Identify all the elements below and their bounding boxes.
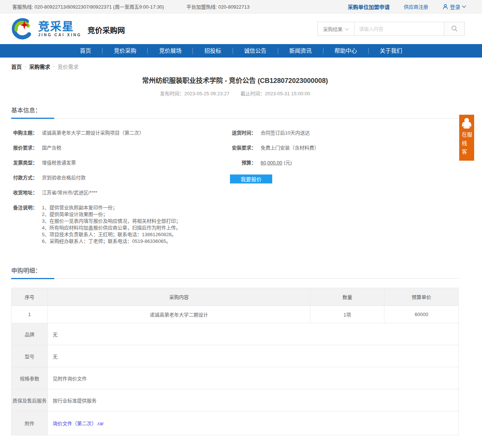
chevron-down-icon: [462, 5, 466, 8]
table-row-attachment: 附件 询价文件（第二次）.rar: [12, 411, 459, 435]
breadcrumb-current: 竞价需求: [58, 63, 79, 70]
attachment-link[interactable]: 询价文件（第二次）.rar: [53, 421, 104, 426]
chevron-down-icon: [345, 26, 349, 32]
info-row-subject: 申购主题： 诺诚高第老年大学二期设计采购项目（第二次）: [11, 130, 230, 136]
remarks-list: 1、提供营业执照副本复印件一份； 2、提供简单设计效果图一份； 3、在报价一览表…: [42, 204, 181, 245]
table-row-spec: 规格参数 见附件询价文件: [12, 367, 459, 389]
field-label: 预算：: [230, 160, 256, 166]
breadcrumb-separator: ›: [25, 64, 26, 69]
breadcrumb-separator: ›: [53, 64, 55, 69]
field-value: 货到验收合格后付款: [42, 174, 86, 181]
field-label: 付款方式：: [11, 174, 37, 181]
brand-text: 竞采星 JING CAI XING: [38, 21, 82, 37]
remark-item: 1、提供营业执照副本复印件一份；: [42, 204, 181, 211]
remark-item: 3、在报价一览表内填写报价及响应情况，将相关材料全部打印；: [42, 218, 181, 225]
attr-label: 附件: [12, 411, 48, 435]
quote-now-button[interactable]: 我要报价: [230, 174, 272, 183]
remark-item: 6、采购经办联系人：丁老师；联系电话：0519-86336065。: [42, 238, 181, 245]
info-row-installation: 安装要求： 免费上门安装（含材料费）: [230, 145, 439, 151]
basic-info-grid: 申购主题： 诺诚高第老年大学二期设计采购项目（第二次） 报价要求： 国产含税 发…: [11, 130, 459, 253]
top-utility-bar: 客服热线: 020-80922713/80922307/80922371 (周一…: [0, 0, 482, 13]
budget-amount-link[interactable]: 60,000.00: [261, 160, 282, 166]
table-row-warranty: 质保及售后服务 按行业标准提供服务: [12, 389, 459, 411]
brand-name-cn: 竞采星: [38, 21, 82, 32]
field-label: 收货地址：: [11, 189, 37, 196]
field-label: 申购主题：: [11, 130, 37, 136]
info-row-invoice-type: 发票类型： 增值税普通发票: [11, 160, 230, 166]
deadline-time: 截止时间：2023-05-31 15:00:00: [241, 90, 310, 97]
cell-item-price: 60000: [384, 306, 459, 323]
field-label: 安装要求：: [230, 145, 256, 151]
search-bar: 采购结果: [317, 22, 465, 36]
purchase-detail-table: 序号 采购内容 数量 预算单价 1 诺诚高第老年大学二期设计 1项 60000 …: [11, 288, 459, 435]
section-divider: [11, 118, 459, 118]
search-icon: [451, 25, 458, 33]
nav-item-help-center[interactable]: 帮助中心: [323, 44, 368, 58]
site-name: 竞价采购网: [88, 22, 125, 35]
search-button[interactable]: [444, 22, 465, 36]
attr-value: 无: [47, 323, 458, 345]
user-icon: [442, 4, 448, 10]
table-header-row: 序号 采购内容 数量 预算单价: [12, 288, 459, 306]
table-row-brand: 品牌 无: [12, 323, 459, 345]
cell-item-content: 诺诚高第老年大学二期设计: [47, 306, 310, 323]
attr-label: 质保及售后服务: [12, 389, 48, 411]
field-label: 送货时间：: [230, 130, 256, 136]
site-header: 竞采星 JING CAI XING 竞价采购网 采购结果: [0, 13, 482, 44]
brand[interactable]: 竞采星 JING CAI XING 竞价采购网: [10, 17, 125, 41]
field-value: 国产含税: [42, 145, 61, 151]
field-label: 报价要求：: [11, 145, 37, 151]
brand-name-en: JING CAI XING: [38, 33, 82, 37]
notice-title: 常州纺织服装职业技术学院 - 竞价公告 (CB128072023000008): [11, 75, 459, 85]
section-divider: [11, 278, 459, 279]
service-hotline: 客服热线: 020-80922713/80922307/80922371 (周一…: [12, 3, 164, 10]
field-label: 发票类型：: [11, 160, 37, 166]
field-value: 免费上门安装（含材料费）: [261, 145, 319, 151]
search-category-select[interactable]: 采购结果: [317, 22, 354, 36]
remark-item: 4、所有响应材料均加盖报价供应商公章，扫描后作为附件上传。: [42, 225, 181, 231]
nav-item-tender[interactable]: 招投标: [193, 44, 232, 58]
notice-dates: 发布时间：2023-05-25 09:23:27 截止时间：2023-05-31…: [11, 90, 459, 97]
field-value: 江苏省/常州市/武进区/****: [42, 189, 97, 196]
info-row-quote-requirement: 报价要求： 国产含税: [11, 145, 230, 151]
detail-section-title: 申购明细：: [11, 266, 459, 275]
col-header-qty: 数量: [310, 288, 384, 306]
attr-value: 按行业标准提供服务: [47, 389, 458, 411]
qq-penguin-icon: [461, 117, 472, 130]
table-row: 1 诺诚高第老年大学二期设计 1项 60000: [12, 306, 459, 323]
breadcrumb-purchase-demand[interactable]: 采购需求: [29, 63, 50, 70]
supplier-register-link[interactable]: 供应商注册: [404, 3, 428, 10]
field-value: 合同签订后10天内送达: [261, 130, 310, 136]
info-row-remarks: 备注说明： 1、提供营业执照副本复印件一份； 2、提供简单设计效果图一份； 3、…: [11, 204, 230, 245]
platform-hotline: 平台加盟热线: 020-80922713: [186, 3, 249, 10]
main-content: 首页 › 采购需求 › 竞价需求 常州纺织服装职业技术学院 - 竞价公告 (CB…: [11, 63, 459, 448]
attr-label: 品牌: [12, 323, 48, 345]
nav-item-bidding-purchase[interactable]: 竞价采购: [102, 44, 147, 58]
cell-item-qty: 1项: [310, 306, 384, 323]
nav-item-home[interactable]: 首页: [68, 44, 102, 58]
basic-info-section-title: 基本信息：: [11, 105, 459, 114]
table-row-model: 型号 无: [12, 345, 459, 367]
nav-item-bidding-hall[interactable]: 竞价展场: [148, 44, 193, 58]
breadcrumb: 首页 › 采购需求 › 竞价需求: [11, 63, 459, 70]
info-row-payment: 付款方式： 货到验收合格后付款: [11, 174, 230, 181]
cell-item-no: 1: [12, 306, 48, 323]
nav-item-credit-notice[interactable]: 诚信公告: [233, 44, 278, 58]
site-logo-icon: [10, 17, 34, 41]
publish-time: 发布时间：2023-05-25 09:23:27: [160, 90, 230, 97]
login-label: 登录: [450, 3, 460, 10]
online-service-widget[interactable]: 在线客服: [459, 115, 474, 161]
col-header-no: 序号: [12, 288, 48, 306]
search-input[interactable]: [354, 22, 444, 36]
field-label: 备注说明：: [11, 204, 37, 245]
info-row-delivery-address: 收货地址： 江苏省/常州市/武进区/****: [11, 189, 230, 196]
field-value: 诺诚高第老年大学二期设计采购项目（第二次）: [42, 130, 144, 136]
login-link[interactable]: 登录: [442, 3, 466, 10]
breadcrumb-home[interactable]: 首页: [11, 63, 22, 70]
purchaser-join-link[interactable]: 采购单位加盟申请: [348, 3, 390, 10]
search-category-value: 采购结果: [323, 25, 343, 33]
attr-value: 无: [47, 345, 458, 367]
budget-unit: (元): [284, 160, 292, 166]
nav-item-news[interactable]: 新闻资讯: [278, 44, 323, 58]
nav-item-about-us[interactable]: 关于我们: [369, 44, 414, 58]
